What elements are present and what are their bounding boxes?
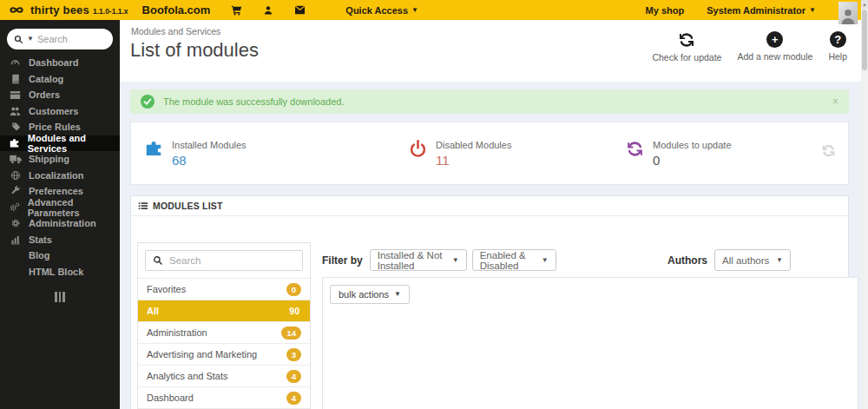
vertical-scrollbar[interactable]: ▲: [861, 0, 868, 409]
close-icon[interactable]: ×: [832, 96, 838, 108]
enabled-filter-select[interactable]: Enabled & Disabled ▼: [472, 249, 556, 271]
chevron-down-icon: ▼: [452, 257, 459, 264]
chevron-down-icon: ▼: [776, 257, 783, 264]
thirtybees-logo-icon: [8, 3, 25, 16]
sidebar-item-catalog[interactable]: Catalog: [0, 71, 120, 88]
module-table-panel: bulk actions ▼: [322, 277, 858, 409]
installed-filter-select[interactable]: Installed & Not Installed ▼: [370, 249, 467, 271]
sidebar-search[interactable]: ▼: [7, 29, 113, 49]
sidebar-item-dashboard[interactable]: Dashboard: [0, 55, 120, 71]
plus-circle-icon: +: [766, 31, 783, 48]
kpi-modules-to-update: Modules to update 0: [613, 140, 732, 168]
tag-icon: [9, 122, 22, 132]
kpi-panel: Installed Modules 68 Disabled Modules 11: [130, 122, 849, 185]
filter-by-label: Filter by: [322, 254, 363, 267]
kpi-installed-modules: Installed Modules 68: [131, 140, 396, 168]
gauge-icon: [9, 57, 22, 69]
sidebar: ▼ Dashboard Catalog Orders: [0, 20, 120, 409]
sidebar-item-localization[interactable]: Localization: [0, 168, 120, 184]
question-circle-icon: ?: [830, 31, 846, 48]
chevron-down-icon: ▼: [27, 36, 34, 43]
category-all[interactable]: All 90: [138, 300, 310, 321]
credit-card-icon: [9, 90, 22, 100]
search-icon: [153, 255, 163, 266]
sidebar-item-advanced-parameters[interactable]: Advanced Parameters: [0, 200, 120, 216]
gear-icon: [9, 218, 22, 228]
sidebar-item-shipping[interactable]: Shipping: [0, 151, 120, 168]
refresh-kpi-icon[interactable]: [821, 143, 836, 158]
bulk-actions-button[interactable]: bulk actions ▼: [330, 285, 410, 304]
search-icon: [14, 35, 23, 44]
page-title: List of modules: [130, 39, 259, 62]
power-icon: [409, 140, 427, 158]
page-header: Modules and Services List of modules Che…: [120, 20, 861, 82]
category-filter-box: Favorites 0 All 90 Administration 14 Adv…: [137, 242, 311, 409]
count-badge: 3: [286, 348, 301, 361]
kpi-value: 11: [436, 153, 511, 168]
kpi-disabled-modules: Disabled Modules 11: [396, 140, 613, 168]
module-search-box[interactable]: [145, 250, 303, 271]
puzzle-icon: [144, 140, 163, 158]
sidebar-item-customers[interactable]: Customers: [0, 103, 120, 120]
bar-chart-icon: [9, 234, 22, 245]
alert-message: The module was successfully downloaded.: [163, 96, 345, 107]
sidebar-item-modules-and-services[interactable]: Modules and Services: [0, 135, 120, 152]
chevron-down-icon: ▼: [411, 7, 418, 14]
sidebar-item-stats[interactable]: Stats: [0, 232, 120, 248]
add-new-module-button[interactable]: + Add a new module: [737, 31, 812, 63]
sidebar-menu: Dashboard Catalog Orders Customers: [0, 55, 120, 280]
count-badge: 4: [286, 370, 301, 383]
modules-list-panel: MODULES LIST Favorites 0: [130, 195, 849, 409]
main-content: Modules and Services List of modules Che…: [120, 20, 861, 409]
category-favorites[interactable]: Favorites 0: [138, 278, 310, 300]
category-analytics-stats[interactable]: Analytics and Stats 4: [138, 365, 310, 386]
truck-icon: [9, 155, 22, 164]
scroll-up-arrow-icon[interactable]: ▲: [861, 0, 868, 9]
success-alert: The module was successfully downloaded. …: [130, 89, 849, 114]
refresh-icon: [678, 31, 695, 49]
kpi-value: 68: [172, 153, 247, 168]
wrench-icon: [9, 186, 22, 196]
mail-icon[interactable]: [294, 5, 306, 15]
authors-label: Authors: [667, 254, 707, 267]
chevron-down-icon: ▼: [394, 291, 401, 298]
admin-screen: thirty bees 1.1.0-1.1.x Boofola.com: [0, 0, 868, 409]
version-label: 1.1.0-1.1.x: [93, 7, 128, 16]
refresh-icon: [626, 140, 644, 158]
category-administration[interactable]: Administration 14: [138, 321, 310, 343]
panel-title: MODULES LIST: [153, 201, 223, 211]
check-circle-icon: [141, 95, 155, 109]
module-search-input[interactable]: [169, 255, 282, 266]
avatar[interactable]: [838, 2, 858, 24]
kpi-value: 0: [653, 153, 732, 168]
sidebar-collapse-toggle-icon[interactable]: [53, 292, 67, 302]
authors-select[interactable]: All authors ▼: [714, 249, 791, 271]
check-for-update-button[interactable]: Check for update: [652, 31, 721, 63]
help-button[interactable]: ? Help: [828, 31, 847, 63]
sidebar-search-input[interactable]: [37, 34, 98, 44]
category-advertising-marketing[interactable]: Advertising and Marketing 3: [138, 343, 310, 365]
count-badge: 0: [286, 283, 301, 296]
sidebar-item-orders[interactable]: Orders: [0, 87, 120, 103]
customers-icon: [9, 106, 22, 116]
quick-access-menu[interactable]: Quick Access ▼: [345, 5, 418, 16]
count-badge: 4: [286, 392, 301, 405]
sidebar-item-html-block[interactable]: HTML Block: [0, 264, 120, 280]
user-menu[interactable]: System Administrator ▼: [707, 5, 816, 16]
sidebar-item-blog[interactable]: Blog: [0, 247, 120, 264]
scrollbar-thumb[interactable]: [862, 10, 867, 70]
breadcrumb: Modules and Services: [131, 26, 220, 36]
panel-header: MODULES LIST: [131, 196, 848, 216]
shop-link[interactable]: Boofola.com: [142, 3, 211, 16]
chevron-down-icon: ▼: [542, 257, 549, 264]
category-dashboard[interactable]: Dashboard 4: [138, 386, 310, 408]
user-icon[interactable]: [263, 5, 273, 16]
cart-icon[interactable]: [231, 4, 242, 16]
my-shop-link[interactable]: My shop: [646, 5, 685, 16]
chevron-down-icon: ▼: [809, 7, 816, 14]
brand-name: thirty bees: [30, 3, 89, 16]
cogs-icon: [9, 202, 21, 213]
puzzle-icon: [9, 138, 21, 148]
sidebar-item-administration[interactable]: Administration: [0, 215, 120, 232]
book-icon: [9, 74, 22, 84]
